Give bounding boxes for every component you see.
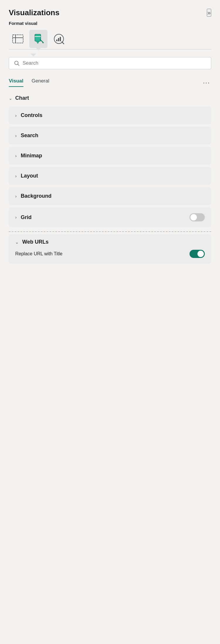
panel-header: Visualizations » [9,0,211,21]
format-icon [32,32,45,45]
svg-line-14 [18,64,19,66]
svg-rect-12 [60,37,61,41]
toggle-thumb [190,214,197,221]
web-urls-header: ⌄ Web URLs [15,239,205,245]
svg-marker-4 [36,41,39,44]
svg-rect-0 [13,35,23,43]
svg-rect-11 [58,38,59,41]
panel-title: Visualizations [9,8,59,17]
visualizations-panel: Visualizations » Format visual [0,0,220,644]
format-icon-button[interactable] [29,30,47,48]
chevron-right-icon: › [15,154,17,158]
accordion-layout-label: Layout [21,173,38,179]
table-icon [11,32,24,45]
svg-rect-3 [35,34,41,41]
replace-url-toggle-container [190,250,205,258]
grid-toggle-container [190,213,205,221]
web-urls-section: ⌄ Web URLs Replace URL with Title [9,234,211,264]
chevron-right-icon: › [15,133,17,138]
chevron-right-icon: › [15,174,17,178]
table-icon-button[interactable] [9,30,27,48]
svg-point-7 [42,42,44,43]
tab-general[interactable]: General [32,76,49,87]
more-options-button[interactable]: ... [202,78,211,85]
accordion-controls-label: Controls [21,112,42,118]
toggle-thumb [197,251,204,257]
accordion-minimap[interactable]: › Minimap [9,147,211,165]
tab-visual[interactable]: Visual [9,76,23,87]
accordion-grid[interactable]: › Grid [9,207,211,227]
grid-toggle[interactable] [190,213,205,221]
expand-button[interactable]: » [207,9,211,17]
format-visual-label: Format visual [9,21,211,26]
analytics-icon-button[interactable] [50,30,68,48]
section-dashed-divider [9,231,211,232]
analytics-icon [52,32,65,45]
replace-url-toggle[interactable] [190,250,205,258]
chart-chevron-down-icon: ⌄ [9,96,12,101]
accordion-controls[interactable]: › Controls [9,106,211,124]
accordion-layout[interactable]: › Layout [9,167,211,185]
svg-rect-10 [56,39,57,41]
accordion-minimap-label: Minimap [21,153,42,159]
replace-url-row: Replace URL with Title [15,250,205,258]
accordion-background-label: Background [21,193,52,199]
chart-section-title: Chart [15,95,29,101]
replace-url-label: Replace URL with Title [15,251,62,256]
chevron-right-icon: › [15,215,17,220]
accordion-background[interactable]: › Background [9,187,211,205]
accordion-search[interactable]: › Search [9,127,211,144]
accordion-grid-label: Grid [21,214,32,221]
svg-line-9 [62,42,64,44]
search-input[interactable] [23,60,206,66]
chart-section-header: ⌄ Chart [9,95,211,101]
accordion-search-label: Search [21,132,38,139]
chevron-right-icon: › [15,113,17,118]
web-urls-chevron-down-icon: ⌄ [15,240,19,244]
web-urls-title: Web URLs [22,239,49,245]
chevron-right-icon: › [15,194,17,199]
tabs-row: Visual General ... [9,76,211,87]
format-icon-row [9,30,211,48]
accordion-list: › Controls › Search › Minimap › Layout [9,106,211,227]
search-box [9,57,211,69]
search-icon [14,60,20,66]
